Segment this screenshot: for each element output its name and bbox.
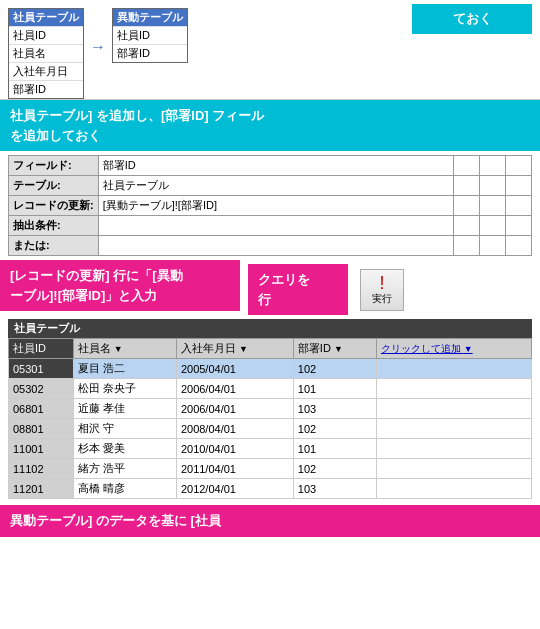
- cell-dept: 103: [293, 479, 376, 499]
- label-or: または:: [9, 236, 99, 256]
- annotation2-box: [レコードの更新] 行に「[異動 ーブル]![部署ID]」と入力: [0, 260, 240, 311]
- grid-row-table: テーブル: 社員テーブル: [9, 176, 532, 196]
- execute-label-box: クエリを 行: [248, 264, 348, 315]
- col-header-dept: 部署ID ▼: [293, 339, 376, 359]
- annotation1-text: 社員テーブル] を追加し、[部署ID] フィール を追加しておく: [10, 108, 264, 143]
- grid-row-condition: 抽出条件:: [9, 216, 532, 236]
- col-header-date: 入社年月日 ▼: [176, 339, 293, 359]
- table2-row1: 社員ID: [113, 26, 187, 44]
- annotation2-line2: ーブル]![部署ID]」と入力: [10, 288, 157, 303]
- cell-date: 2005/04/01: [176, 359, 293, 379]
- cell-add: [376, 439, 531, 459]
- query-grid-section: フィールド: 部署ID テーブル: 社員テーブル レコードの更新: [異動テーブ…: [0, 151, 540, 260]
- value-field: 部署ID: [98, 156, 453, 176]
- cell-add: [376, 419, 531, 439]
- execute-label2: 行: [258, 292, 271, 307]
- cell-name: 杉本 愛美: [73, 439, 176, 459]
- cell-add: [376, 359, 531, 379]
- cell-name: 夏目 浩二: [73, 359, 176, 379]
- table-row: 05301夏目 浩二2005/04/01102: [9, 359, 532, 379]
- table1-row1: 社員ID: [9, 26, 83, 44]
- query-table: フィールド: 部署ID テーブル: 社員テーブル レコードの更新: [異動テーブ…: [8, 155, 532, 256]
- table2-row2: 部署ID: [113, 44, 187, 62]
- execute-button-label: 実行: [372, 292, 392, 306]
- table-row: 08801相沢 守2008/04/01102: [9, 419, 532, 439]
- cell-id: 11201: [9, 479, 74, 499]
- table-row: 06801近藤 孝佳2006/04/01103: [9, 399, 532, 419]
- execute-button[interactable]: ! 実行: [360, 269, 404, 311]
- table-section: 社員テーブル 社員ID 社員名 ▼ 入社年月日 ▼ 部署ID ▼ クリックして追…: [0, 319, 540, 503]
- cell-name: 近藤 孝佳: [73, 399, 176, 419]
- cell-dept: 102: [293, 419, 376, 439]
- cell-name: 高橋 晴彦: [73, 479, 176, 499]
- execute-label1: クエリを: [258, 272, 310, 287]
- annotation-execute-row: [レコードの更新] 行に「[異動 ーブル]![部署ID]」と入力 クエリを 行 …: [0, 260, 540, 319]
- col-header-add[interactable]: クリックして追加 ▼: [376, 339, 531, 359]
- cell-add: [376, 399, 531, 419]
- table-row: 11201高橋 晴彦2012/04/01103: [9, 479, 532, 499]
- cell-id: 11102: [9, 459, 74, 479]
- cell-id: 05301: [9, 359, 74, 379]
- grid-row-field: フィールド: 部署ID: [9, 156, 532, 176]
- cell-name: 緒方 浩平: [73, 459, 176, 479]
- execute-icon: !: [379, 274, 384, 292]
- cell-date: 2006/04/01: [176, 379, 293, 399]
- cell-date: 2010/04/01: [176, 439, 293, 459]
- cell-dept: 101: [293, 439, 376, 459]
- table1-row2: 社員名: [9, 44, 83, 62]
- cell-add: [376, 459, 531, 479]
- cell-name: 相沢 守: [73, 419, 176, 439]
- value-table: 社員テーブル: [98, 176, 453, 196]
- label-field: フィールド:: [9, 156, 99, 176]
- diagram-section: 社員テーブル 社員ID 社員名 入社年月日 部署ID → 異動テーブル 社員ID…: [0, 0, 540, 100]
- value-update: [異動テーブル]![部署ID]: [98, 196, 453, 216]
- grid-row-or: または:: [9, 236, 532, 256]
- cell-date: 2011/04/01: [176, 459, 293, 479]
- table-title: 社員テーブル: [8, 319, 532, 338]
- cell-id: 05302: [9, 379, 74, 399]
- cell-date: 2008/04/01: [176, 419, 293, 439]
- cell-dept: 103: [293, 399, 376, 419]
- table2-header: 異動テーブル: [113, 9, 187, 26]
- annotation3-box: 異動テーブル] のデータを基に [社員: [0, 505, 540, 537]
- cell-date: 2012/04/01: [176, 479, 293, 499]
- data-table: 社員ID 社員名 ▼ 入社年月日 ▼ 部署ID ▼ クリックして追加 ▼ 053…: [8, 338, 532, 499]
- cell-dept: 101: [293, 379, 376, 399]
- cell-id: 08801: [9, 419, 74, 439]
- table1-header: 社員テーブル: [9, 9, 83, 26]
- label-table: テーブル:: [9, 176, 99, 196]
- label-update: レコードの更新:: [9, 196, 99, 216]
- annotation2-line1: [レコードの更新] 行に「[異動: [10, 268, 183, 283]
- diagram-bubble: ておく: [412, 4, 532, 34]
- cell-dept: 102: [293, 459, 376, 479]
- annotation3-text: 異動テーブル] のデータを基に [社員: [10, 513, 221, 528]
- arrow-connector: →: [90, 38, 106, 56]
- cell-id: 06801: [9, 399, 74, 419]
- cell-add: [376, 479, 531, 499]
- cell-name: 松田 奈央子: [73, 379, 176, 399]
- col-header-id: 社員ID: [9, 339, 74, 359]
- cell-date: 2006/04/01: [176, 399, 293, 419]
- cell-add: [376, 379, 531, 399]
- label-condition: 抽出条件:: [9, 216, 99, 236]
- table1-row4: 部署ID: [9, 80, 83, 98]
- grid-row-update: レコードの更新: [異動テーブル]![部署ID]: [9, 196, 532, 216]
- cell-id: 11001: [9, 439, 74, 459]
- table-row: 05302松田 奈央子2006/04/01101: [9, 379, 532, 399]
- cell-dept: 102: [293, 359, 376, 379]
- table2-box: 異動テーブル 社員ID 部署ID: [112, 8, 188, 63]
- table-row: 11102緒方 浩平2011/04/01102: [9, 459, 532, 479]
- annotation1-box: 社員テーブル] を追加し、[部署ID] フィール を追加しておく: [0, 100, 540, 151]
- table1-row3: 入社年月日: [9, 62, 83, 80]
- col-header-name: 社員名 ▼: [73, 339, 176, 359]
- table-header-row: 社員ID 社員名 ▼ 入社年月日 ▼ 部署ID ▼ クリックして追加 ▼: [9, 339, 532, 359]
- table-row: 11001杉本 愛美2010/04/01101: [9, 439, 532, 459]
- table1-box: 社員テーブル 社員ID 社員名 入社年月日 部署ID: [8, 8, 84, 99]
